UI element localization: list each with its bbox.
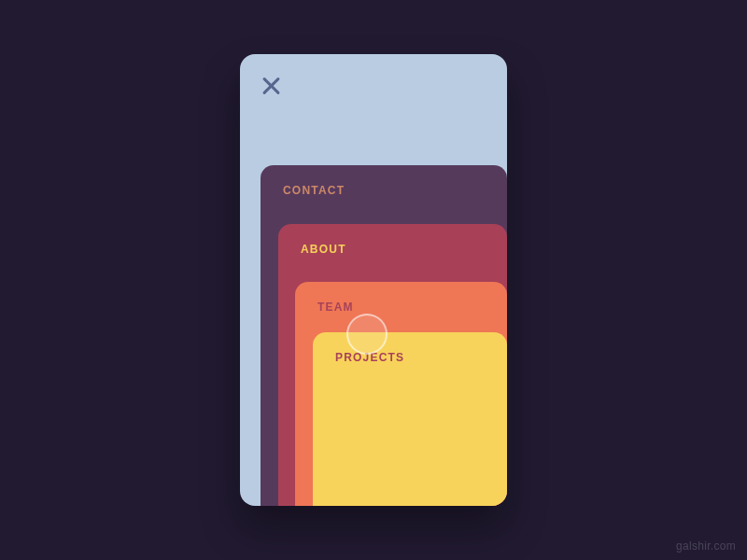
menu-item-label: CONTACT <box>283 184 345 197</box>
close-icon[interactable] <box>259 73 285 99</box>
menu-item-label: ABOUT <box>301 243 346 256</box>
menu-item-label: TEAM <box>317 301 354 314</box>
menu-item-label: PROJECTS <box>335 351 404 364</box>
menu-item-projects[interactable]: PROJECTS <box>313 332 507 506</box>
menu-card-stack: CONTACT ABOUT TEAM PROJECTS <box>240 54 507 506</box>
credit-label: galshir.com <box>676 539 736 553</box>
